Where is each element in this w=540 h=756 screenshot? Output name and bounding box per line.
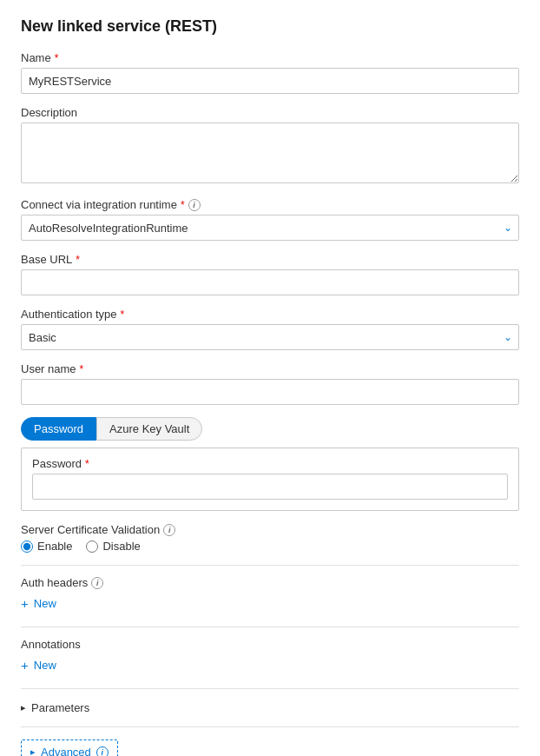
username-input[interactable]: [21, 379, 519, 405]
username-required-star: *: [80, 363, 84, 375]
credential-tab-group: Password Azure Key Vault: [21, 417, 519, 441]
username-label: User name *: [21, 362, 519, 375]
annotations-section: Annotations + New: [21, 627, 519, 676]
server-cert-group: Server Certificate Validation i Enable D…: [21, 523, 519, 553]
password-tab-group: Password Azure Key Vault Password *: [21, 417, 519, 511]
auth-headers-plus-icon: +: [21, 596, 29, 611]
ir-info-icon[interactable]: i: [188, 199, 201, 211]
ir-select[interactable]: AutoResolveIntegrationRuntime: [21, 215, 519, 241]
auth-type-select[interactable]: Basic Anonymous Client Certificate Manag…: [21, 324, 519, 350]
auth-headers-new-button[interactable]: + New: [21, 593, 56, 614]
description-label: Description: [21, 106, 519, 119]
base-url-label: Base URL *: [21, 253, 519, 266]
parameters-header[interactable]: ▸ Parameters: [21, 698, 519, 718]
name-group: Name *: [21, 51, 519, 94]
auth-type-group: Authentication type * Basic Anonymous Cl…: [21, 308, 519, 350]
base-url-required-star: *: [76, 254, 80, 266]
auth-type-label: Authentication type *: [21, 308, 519, 321]
server-cert-label: Server Certificate Validation i: [21, 523, 519, 536]
password-label: Password *: [32, 457, 508, 470]
parameters-section: ▸ Parameters: [21, 688, 519, 718]
auth-headers-label: Auth headers i: [21, 576, 519, 589]
parameters-chevron-icon: ▸: [21, 702, 26, 713]
advanced-chevron-icon: ▸: [30, 746, 36, 756]
password-tab-button[interactable]: Password: [21, 417, 96, 441]
name-required-star: *: [55, 52, 59, 64]
annotations-label: Annotations: [21, 638, 519, 651]
integration-runtime-label: Connect via integration runtime * i: [21, 198, 519, 211]
annotations-plus-icon: +: [21, 658, 29, 673]
password-section: Password *: [21, 448, 519, 511]
azure-key-vault-tab-button[interactable]: Azure Key Vault: [96, 417, 202, 441]
disable-radio-input[interactable]: [86, 540, 98, 553]
name-input[interactable]: [21, 68, 519, 94]
auth-type-select-wrapper: Basic Anonymous Client Certificate Manag…: [21, 324, 519, 350]
name-label: Name *: [21, 51, 519, 64]
username-group: User name *: [21, 362, 519, 405]
enable-radio-input[interactable]: [21, 540, 33, 553]
description-textarea[interactable]: [21, 123, 519, 183]
auth-headers-section: Auth headers i + New: [21, 565, 519, 614]
annotations-new-button[interactable]: + New: [21, 654, 56, 676]
ir-select-wrapper: AutoResolveIntegrationRuntime ⌄: [21, 215, 519, 241]
ir-required-star: *: [181, 199, 185, 211]
advanced-section: ▸ Advanced i: [21, 726, 519, 756]
advanced-label: Advanced: [41, 746, 91, 756]
auth-type-required-star: *: [121, 308, 125, 321]
disable-radio-item[interactable]: Disable: [86, 540, 140, 553]
page-title: New linked service (REST): [21, 17, 519, 36]
description-group: Description: [21, 106, 519, 186]
enable-radio-item[interactable]: Enable: [21, 540, 72, 553]
integration-runtime-group: Connect via integration runtime * i Auto…: [21, 198, 519, 241]
auth-headers-info-icon[interactable]: i: [91, 577, 103, 589]
server-cert-info-icon[interactable]: i: [163, 524, 175, 536]
password-required-star: *: [85, 458, 89, 470]
base-url-group: Base URL *: [21, 253, 519, 295]
advanced-info-icon[interactable]: i: [96, 746, 109, 757]
advanced-collapsible-header[interactable]: ▸ Advanced i: [21, 739, 118, 756]
disable-radio-label: Disable: [102, 540, 140, 553]
enable-radio-label: Enable: [37, 540, 72, 553]
server-cert-radio-group: Enable Disable: [21, 540, 519, 553]
base-url-input[interactable]: [21, 269, 519, 295]
password-input[interactable]: [32, 474, 508, 500]
